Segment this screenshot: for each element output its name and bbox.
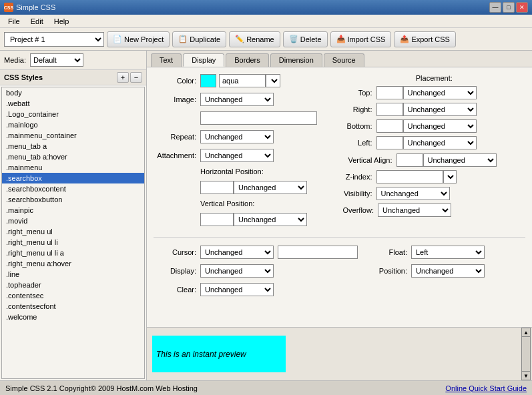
visibility-select[interactable]: Unchanged [376,187,450,200]
right-row: Right: Unchanged [343,103,526,116]
bottom-select[interactable]: Unchanged [403,119,477,133]
menu-edit[interactable]: Edit [25,16,49,27]
tab-display[interactable]: Display [183,53,224,67]
list-item[interactable]: .searchboxbutton [2,194,144,205]
image-select[interactable]: Unchanged [200,93,274,106]
list-item[interactable]: .right_menu ul [2,226,144,237]
color-input[interactable] [219,74,266,87]
left-select[interactable]: Unchanged [403,136,477,149]
vertical-align-select[interactable]: Unchanged [423,153,497,167]
top-select[interactable]: Unchanged [403,86,477,99]
visibility-row: Visibility: Unchanged [343,187,526,200]
form-right: Placement: Top: Unchanged Right: [343,74,526,232]
list-item[interactable]: .mainmenu [2,162,144,173]
list-item-selected[interactable]: .searchbox [2,173,144,183]
cursor-row: Cursor: Unchanged [154,246,358,259]
cursor-select[interactable]: Unchanged [200,246,274,259]
remove-style-button[interactable]: − [130,72,142,83]
float-row: Float: Left [364,246,525,259]
tab-borders[interactable]: Borders [226,53,269,67]
menu-file[interactable]: File [3,16,25,27]
display-label: Display: [154,267,200,275]
list-item[interactable]: .menu_tab a [2,141,144,151]
minimize-button[interactable]: — [489,2,501,13]
position-label: Position: [364,267,411,275]
tab-dimension[interactable]: Dimension [270,53,322,67]
attachment-select[interactable]: Unchanged [200,149,274,162]
color-dropdown[interactable]: ▼ [266,74,280,87]
horiz-pos-input[interactable] [200,181,234,194]
new-project-button[interactable]: 📄 New Project [107,31,170,47]
repeat-select[interactable]: Unchanged [200,130,274,143]
css-styles-buttons: + − [117,72,142,83]
media-select[interactable]: Default [30,53,83,67]
right-input[interactable] [376,103,403,116]
list-item[interactable]: .Logo_container [2,109,144,119]
list-item[interactable]: .movid [2,216,144,226]
css-styles-list[interactable]: body .webatt .Logo_container .mainlogo .… [1,87,145,379]
zindex-input[interactable] [376,170,443,183]
right-label: Right: [343,105,376,113]
list-item[interactable]: .contentsec [2,290,144,301]
list-item[interactable]: .right_menu a:hover [2,258,144,269]
tab-content-display: Color: ▼ Image: Unchanged [147,67,532,327]
bottom-input[interactable] [376,119,403,133]
form-left: Color: ▼ Image: Unchanged [154,74,336,232]
list-item[interactable]: .mainmenu_container [2,130,144,141]
zindex-dropdown[interactable]: ▼ [443,170,457,183]
horiz-pos-select[interactable]: Unchanged [234,181,307,194]
list-item[interactable]: body [2,87,144,98]
list-item[interactable]: .right_menu ul li a [2,248,144,258]
export-css-button[interactable]: 📤 Export CSS [394,31,455,47]
scroll-down-button[interactable]: ▼ [521,371,531,380]
window-controls: — □ ✕ [489,2,528,13]
vertical-align-input[interactable] [396,153,423,167]
add-style-button[interactable]: + [117,72,129,83]
close-button[interactable]: ✕ [516,2,528,13]
color-row: Color: ▼ [154,74,336,87]
tab-bar: Text Display Borders Dimension Source [147,51,532,67]
color-swatch[interactable] [200,74,216,87]
import-css-button[interactable]: 📥 Import CSS [330,31,392,47]
list-item[interactable]: .topheader [2,280,144,290]
list-item[interactable]: .right_menu ul li [2,237,144,248]
image-path-input[interactable] [200,111,317,125]
list-item[interactable]: .searchboxcontent [2,183,144,194]
display-select[interactable]: Unchanged [200,264,274,278]
rename-button[interactable]: ✏️ Rename [229,31,280,47]
list-item[interactable]: .menu_tab a:hover [2,151,144,162]
vert-pos-select[interactable]: Unchanged [234,213,307,226]
main-layout: Media: Default CSS Styles + − body .weba… [0,51,532,380]
image-label: Image: [154,95,200,103]
list-item[interactable]: .webatt [2,98,144,109]
maximize-button[interactable]: □ [503,2,515,13]
delete-button[interactable]: 🗑️ Delete [283,31,328,47]
tab-text[interactable]: Text [151,53,182,67]
list-item[interactable]: .welcome [2,312,144,322]
left-input[interactable] [376,136,403,149]
duplicate-button[interactable]: 📋 Duplicate [172,31,226,47]
position-select[interactable]: Unchanged [411,264,485,278]
vert-pos-input[interactable] [200,213,234,226]
scroll-up-button[interactable]: ▲ [521,328,531,337]
tab-source[interactable]: Source [324,53,364,67]
image-path-row [154,111,336,125]
list-item[interactable]: .mainpic [2,205,144,216]
list-item[interactable]: .contentsecfont [2,301,144,312]
menu-help[interactable]: Help [49,16,75,27]
status-right[interactable]: Online Quick Start Guide [445,384,527,392]
float-select[interactable]: Left [411,246,485,259]
list-item[interactable]: .line [2,269,144,280]
title-bar-title: Simple CSS [16,3,55,11]
zindex-row: Z-index: ▼ [343,170,526,183]
top-input[interactable] [376,86,403,99]
overflow-select[interactable]: Unchanged [378,204,451,217]
list-item[interactable]: .mainlogo [2,119,144,130]
preview-text: This is an instant preview [156,350,246,359]
attachment-row: Attachment: Unchanged [154,149,336,162]
right-select[interactable]: Unchanged [403,103,477,116]
cursor-input[interactable] [278,246,358,259]
clear-select[interactable]: Unchanged [200,283,274,296]
color-label: Color: [154,77,200,85]
project-select[interactable]: Project # 1 [4,32,104,47]
